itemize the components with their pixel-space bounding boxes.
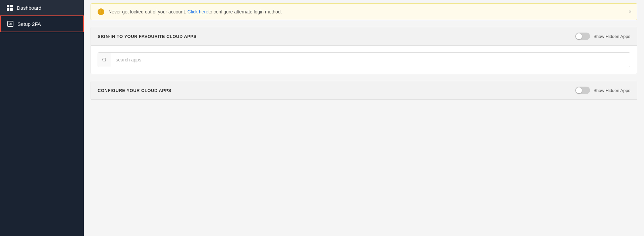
configure-toggle-label: Show Hidden Apps	[593, 88, 630, 93]
svg-line-1	[105, 61, 106, 62]
alert-banner: ! Never get locked out of your account. …	[91, 3, 637, 20]
sign-in-toggle-label: Show Hidden Apps	[593, 34, 630, 39]
sidebar-item-setup-2fa[interactable]: 123 Setup 2FA	[0, 15, 84, 32]
2fa-icon: 123	[7, 21, 13, 27]
search-input[interactable]	[111, 54, 630, 66]
sign-in-header-right: Show Hidden Apps	[575, 33, 630, 40]
sign-in-title: SIGN-IN TO YOUR FAVOURITE CLOUD APPS	[98, 34, 197, 39]
configure-card: CONFIGURE YOUR CLOUD APPS Show Hidden Ap…	[91, 81, 637, 100]
search-icon	[98, 53, 111, 67]
sidebar-item-dashboard[interactable]: Dashboard	[0, 0, 84, 15]
sidebar: Dashboard 123 Setup 2FA	[0, 0, 84, 236]
main-content: ! Never get locked out of your account. …	[84, 0, 644, 236]
sidebar-item-label: Setup 2FA	[17, 21, 41, 27]
sign-in-card-header: SIGN-IN TO YOUR FAVOURITE CLOUD APPS Sho…	[91, 27, 637, 46]
alert-icon: !	[98, 8, 104, 15]
configure-toggle[interactable]	[575, 87, 590, 94]
alert-message-prefix: Never get locked out of your account.	[108, 9, 186, 14]
alert-link[interactable]: Click here	[187, 9, 208, 14]
dashboard-icon	[7, 5, 13, 11]
configure-card-header: CONFIGURE YOUR CLOUD APPS Show Hidden Ap…	[91, 81, 637, 100]
alert-close-button[interactable]: ×	[629, 9, 632, 15]
sign-in-card: SIGN-IN TO YOUR FAVOURITE CLOUD APPS Sho…	[91, 27, 637, 74]
sidebar-item-label: Dashboard	[17, 5, 41, 11]
sign-in-toggle[interactable]	[575, 33, 590, 40]
configure-title: CONFIGURE YOUR CLOUD APPS	[98, 88, 171, 93]
alert-message-suffix: to configure alternate login method.	[208, 9, 282, 14]
search-container	[98, 52, 630, 67]
sign-in-card-body	[91, 46, 637, 74]
configure-header-right: Show Hidden Apps	[575, 87, 630, 94]
